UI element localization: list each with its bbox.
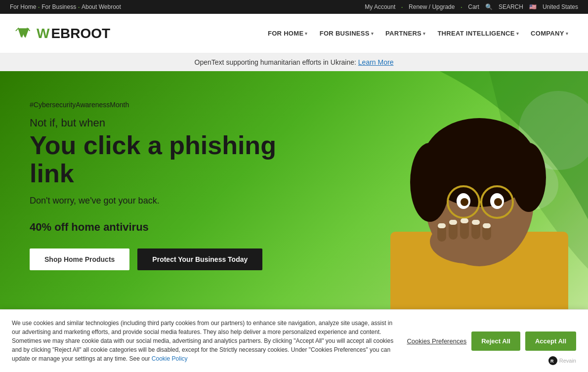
hero-btn-business[interactable]: Protect Your Business Today bbox=[137, 248, 262, 270]
svg-point-6 bbox=[410, 143, 450, 222]
chevron-down-icon: ▾ bbox=[371, 31, 374, 36]
utility-bar-right: My Account • Renew / Upgrade • Cart 🔍 SE… bbox=[365, 3, 578, 10]
hero-section: #CybersecurityAwarenessMonth Not if, but… bbox=[0, 71, 588, 340]
cookie-text: We use cookies and similar technologies … bbox=[12, 319, 397, 363]
revain-label: Revain bbox=[559, 358, 576, 364]
cookie-policy-link[interactable]: Cookie Policy bbox=[152, 355, 188, 362]
dot-separator: • bbox=[461, 5, 462, 9]
hero-btn-shop[interactable]: Shop Home Products bbox=[30, 248, 129, 270]
svg-rect-25 bbox=[472, 220, 480, 225]
cookie-banner: We use cookies and similar technologies … bbox=[0, 309, 588, 372]
svg-point-14 bbox=[494, 198, 502, 206]
cookie-text-content: We use cookies and similar technologies … bbox=[12, 320, 393, 362]
cookies-preferences-button[interactable]: Cookies Preferences bbox=[407, 337, 466, 345]
hero-buttons: Shop Home Products Protect Your Business… bbox=[30, 248, 316, 270]
svg-text:R: R bbox=[550, 359, 554, 364]
dot-separator: • bbox=[78, 5, 80, 9]
hero-offer: 40% off home antivirus bbox=[30, 221, 316, 234]
utility-link-about[interactable]: About Webroot bbox=[82, 3, 121, 10]
dot-separator: • bbox=[38, 5, 40, 9]
revain-logo: R Revain bbox=[548, 356, 576, 365]
announcement-link[interactable]: Learn More bbox=[358, 58, 394, 66]
nav-threat-intelligence[interactable]: THREAT INTELLIGENCE ▾ bbox=[432, 25, 524, 42]
nav-partners[interactable]: PARTNERS ▾ bbox=[380, 25, 430, 42]
utility-bar-left: For Home • For Business • About Webroot bbox=[10, 3, 121, 10]
utility-link-account[interactable]: My Account bbox=[365, 3, 395, 10]
utility-link-business[interactable]: For Business bbox=[42, 3, 76, 10]
revain-icon: R bbox=[548, 356, 557, 365]
utility-link-home[interactable]: For Home bbox=[10, 3, 36, 10]
nav-for-home[interactable]: FOR HOME ▾ bbox=[263, 25, 313, 42]
accept-all-button[interactable]: Accept All bbox=[525, 331, 576, 351]
search-label: SEARCH bbox=[499, 3, 523, 10]
hero-title: You click a phishing link bbox=[30, 131, 316, 188]
flag-icon: 🇺🇸 bbox=[529, 3, 537, 10]
logo[interactable]: WEBROOT bbox=[15, 25, 110, 42]
cookie-buttons: Cookies Preferences Reject All Accept Al… bbox=[407, 331, 576, 351]
nav-for-business[interactable]: FOR BUSINESS ▾ bbox=[315, 25, 378, 42]
nav-company[interactable]: COMPANY ▾ bbox=[526, 25, 573, 42]
announcement-bar: OpenText supporting humanitarian efforts… bbox=[0, 53, 588, 71]
svg-point-13 bbox=[461, 198, 468, 206]
logo-icon bbox=[15, 25, 33, 42]
nav-links: FOR HOME ▾ FOR BUSINESS ▾ PARTNERS ▾ THR… bbox=[263, 25, 573, 42]
hero-content: #CybersecurityAwarenessMonth Not if, but… bbox=[30, 101, 316, 270]
reject-all-button[interactable]: Reject All bbox=[471, 331, 520, 351]
locale-label: United States bbox=[543, 3, 578, 10]
svg-rect-23 bbox=[449, 220, 457, 225]
chevron-down-icon: ▾ bbox=[423, 31, 425, 36]
chevron-down-icon: ▾ bbox=[305, 31, 307, 36]
logo-wordmark: WEBROOT bbox=[37, 26, 110, 41]
hero-hashtag: #CybersecurityAwarenessMonth bbox=[30, 101, 316, 109]
chevron-down-icon: ▾ bbox=[566, 31, 568, 36]
hero-person-image bbox=[341, 83, 588, 340]
dot-separator: • bbox=[401, 5, 403, 9]
utility-link-renew[interactable]: Renew / Upgrade bbox=[409, 3, 455, 10]
main-nav: WEBROOT FOR HOME ▾ FOR BUSINESS ▾ PARTNE… bbox=[0, 14, 588, 53]
hero-subtitle: Not if, but when bbox=[30, 117, 316, 129]
svg-rect-26 bbox=[483, 223, 491, 228]
svg-point-7 bbox=[511, 143, 546, 212]
announcement-text: OpenText supporting humanitarian efforts… bbox=[195, 58, 358, 66]
hero-tagline: Don't worry, we've got your back. bbox=[30, 196, 316, 206]
chevron-down-icon: ▾ bbox=[516, 31, 519, 36]
utility-link-cart[interactable]: Cart bbox=[468, 3, 479, 10]
utility-bar: For Home • For Business • About Webroot … bbox=[0, 0, 588, 14]
search-icon[interactable]: 🔍 bbox=[485, 3, 493, 10]
svg-rect-24 bbox=[461, 218, 468, 223]
svg-rect-22 bbox=[438, 223, 446, 228]
